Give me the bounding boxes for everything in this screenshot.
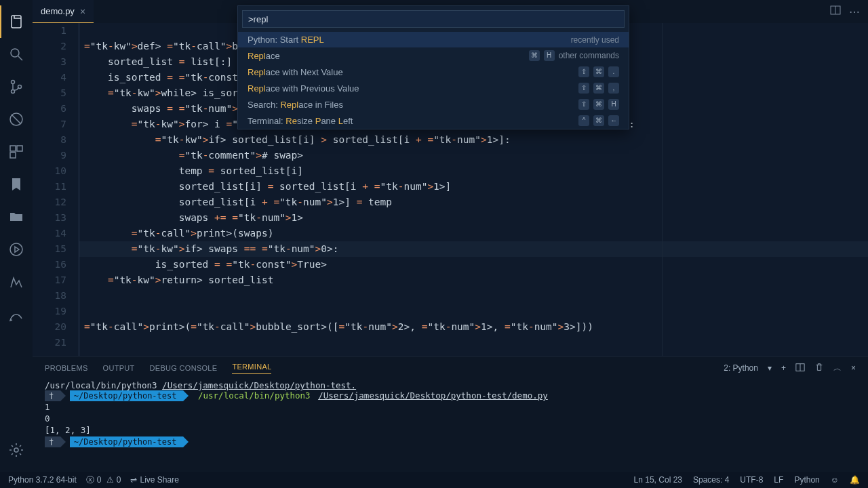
activity-icon-3[interactable]: [0, 298, 33, 331]
bookmark-icon[interactable]: [0, 168, 33, 201]
extensions-icon[interactable]: [0, 136, 33, 168]
prompt-git-icon: †: [45, 436, 60, 447]
palette-item[interactable]: Python: Start REPLrecently used: [238, 32, 629, 47]
prompt-path: ~/Desktop/python-test: [70, 436, 184, 447]
term-text: /usr/local/bin/python3: [45, 380, 157, 390]
status-encoding[interactable]: UTF-8: [740, 475, 763, 485]
bottom-panel: PROBLEMS OUTPUT DEBUG CONSOLE TERMINAL 2…: [33, 356, 868, 472]
status-lang[interactable]: Python: [794, 475, 819, 485]
chevron-up-icon[interactable]: ︿: [833, 363, 842, 374]
folder-icon[interactable]: [0, 201, 33, 233]
status-feedback-icon[interactable]: ☺: [831, 475, 839, 485]
prompt-git-icon: †: [45, 390, 60, 401]
palette-list: Python: Start REPLrecently usedReplace⌘H…: [238, 32, 629, 129]
svg-rect-7: [17, 146, 22, 151]
tab-output[interactable]: OUTPUT: [103, 364, 135, 372]
more-icon[interactable]: ⋯: [849, 5, 860, 18]
split-editor-icon[interactable]: [830, 5, 841, 18]
term-output: 0: [45, 413, 856, 424]
term-output: 1: [45, 401, 856, 413]
term-cmd: /usr/local/bin/python3: [198, 390, 311, 401]
close-panel-icon[interactable]: ×: [851, 363, 856, 373]
palette-item[interactable]: Terminal: Resize Pane Left^⌘←: [238, 113, 629, 129]
palette-item[interactable]: Replace⌘Hother commands: [238, 47, 629, 64]
term-cmd-arg[interactable]: /Users/jamesquick/Desktop/python-test/de…: [318, 390, 548, 401]
term-link[interactable]: /Users/jamesquick/Desktop/python-test.: [162, 380, 356, 390]
prompt-path: ~/Desktop/python-test: [70, 390, 184, 401]
status-errors[interactable]: ⓧ 0 ⚠ 0: [86, 474, 121, 486]
svg-point-1: [11, 49, 19, 57]
tab-terminal[interactable]: TERMINAL: [232, 363, 271, 374]
palette-input[interactable]: [242, 10, 625, 28]
split-terminal-icon[interactable]: [795, 363, 805, 374]
status-bar: Python 3.7.2 64-bit ⓧ 0 ⚠ 0 ⇌ Live Share…: [0, 472, 868, 488]
svg-point-3: [12, 90, 15, 94]
settings-icon[interactable]: [0, 434, 33, 466]
status-bell-icon[interactable]: 🔔: [850, 475, 860, 485]
svg-rect-0: [12, 16, 21, 28]
tab-label: demo.py: [41, 6, 75, 16]
activity-bar: [0, 0, 33, 472]
activity-icon-2[interactable]: [0, 266, 33, 298]
status-eol[interactable]: LF: [774, 475, 783, 485]
status-python[interactable]: Python 3.7.2 64-bit: [8, 475, 77, 485]
svg-rect-8: [10, 152, 16, 158]
debug-icon[interactable]: [0, 103, 33, 136]
command-palette: Python: Start REPLrecently usedReplace⌘H…: [237, 5, 629, 129]
close-icon[interactable]: ×: [80, 6, 85, 17]
terminal-selector[interactable]: 2: Python▾: [724, 363, 772, 373]
palette-item[interactable]: Search: Replace in Files⇧⌘H: [238, 96, 629, 113]
search-icon[interactable]: [0, 38, 33, 70]
explorer-icon[interactable]: [0, 5, 33, 38]
tab-demo[interactable]: demo.py ×: [33, 0, 94, 23]
palette-item[interactable]: Replace with Previous Value⇧⌘,: [238, 80, 629, 96]
terminal-body[interactable]: /usr/local/bin/python3 /Users/jamesquick…: [33, 380, 868, 472]
status-spaces[interactable]: Spaces: 4: [693, 475, 729, 485]
source-control-icon[interactable]: [0, 70, 33, 103]
svg-point-9: [10, 243, 22, 256]
svg-point-10: [14, 448, 18, 452]
status-liveshare[interactable]: ⇌ Live Share: [130, 475, 178, 485]
activity-icon-1[interactable]: [0, 233, 33, 266]
tab-problems[interactable]: PROBLEMS: [45, 364, 88, 372]
palette-item[interactable]: Replace with Next Value⇧⌘.: [238, 64, 629, 80]
svg-point-2: [12, 81, 15, 84]
tab-debug-console[interactable]: DEBUG CONSOLE: [150, 364, 218, 372]
trash-icon[interactable]: [814, 363, 824, 374]
status-ln[interactable]: Ln 15, Col 23: [634, 475, 682, 485]
svg-rect-6: [10, 146, 16, 151]
panel-tabs: PROBLEMS OUTPUT DEBUG CONSOLE TERMINAL 2…: [33, 357, 868, 380]
new-terminal-icon[interactable]: +: [781, 363, 786, 373]
term-output: [1, 2, 3]: [45, 424, 856, 436]
line-gutter: 123456789101112131415161718192021: [33, 23, 79, 356]
